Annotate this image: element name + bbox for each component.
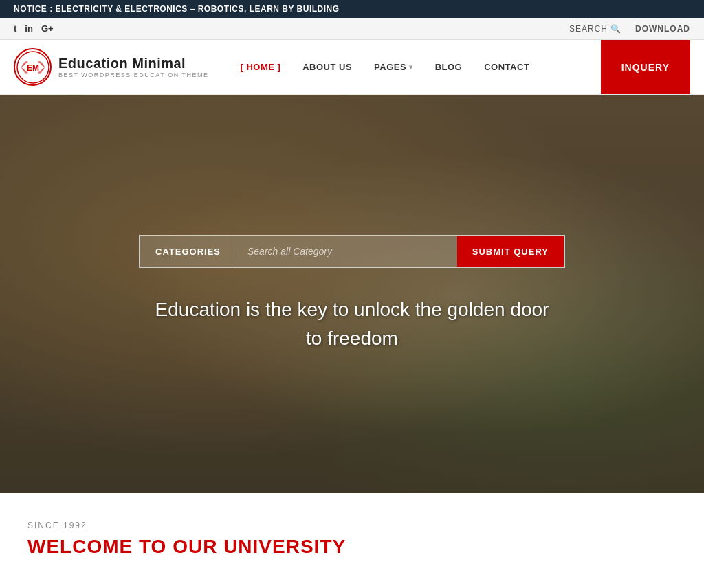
nav-label-blog: BLOG	[435, 62, 463, 72]
nav-label-home: HOME	[246, 62, 274, 72]
search-bar: CATEGORIES SUBMIT QUERY	[139, 235, 565, 268]
top-bar-right: SEARCH 🔍 DOWNLOAD	[569, 24, 690, 34]
download-link[interactable]: DOWNLOAD	[635, 24, 690, 34]
logo-area: EM Education Minimal BEST WORDPRESS EDUC…	[14, 48, 209, 86]
search-link[interactable]: SEARCH 🔍	[569, 24, 622, 34]
below-hero: SINCE 1992 WELCOME TO OUR UNIVERSITY	[0, 493, 704, 572]
logo-subtitle: BEST WORDPRESS EDUCATION THEME	[58, 71, 209, 78]
search-icon: 🔍	[610, 24, 622, 34]
nav-item-blog[interactable]: BLOG	[424, 43, 474, 91]
nav-item-home[interactable]: [ HOME ]	[230, 43, 292, 91]
since-label: SINCE 1992	[28, 521, 676, 530]
nav-item-about[interactable]: ABOUT US	[292, 43, 363, 91]
social-icons: t in G+	[14, 23, 54, 34]
nav-item-pages[interactable]: PAGES ▾	[363, 43, 424, 91]
nav-item-contact[interactable]: CONTACT	[473, 43, 540, 91]
main-nav: EM Education Minimal BEST WORDPRESS EDUC…	[0, 40, 704, 95]
nav-label-about: ABOUT US	[302, 62, 352, 72]
categories-button[interactable]: CATEGORIES	[140, 236, 236, 267]
logo-title: Education Minimal	[58, 56, 209, 71]
nav-label-pages: PAGES	[374, 62, 406, 72]
google-plus-icon[interactable]: G+	[41, 23, 54, 34]
logo-text: Education Minimal BEST WORDPRESS EDUCATI…	[58, 56, 209, 78]
nav-links: [ HOME ] ABOUT US PAGES ▾ BLOG CONTACT	[230, 43, 601, 91]
search-label: SEARCH	[569, 24, 608, 34]
twitter-icon[interactable]: t	[14, 23, 16, 34]
submit-query-button[interactable]: SUBMIT QUERY	[457, 236, 564, 267]
logo-emblem: EM	[14, 48, 52, 86]
top-bar: t in G+ SEARCH 🔍 DOWNLOAD	[0, 18, 704, 40]
notice-prefix: NOTICE :	[14, 4, 53, 14]
svg-text:EM: EM	[27, 63, 39, 73]
search-input[interactable]	[236, 236, 457, 267]
bracket-close: ]	[277, 62, 280, 72]
notice-text: ELECTRICITY & ELECTRONICS – ROBOTICS, LE…	[56, 4, 340, 14]
hero-section: CATEGORIES SUBMIT QUERY Education is the…	[0, 95, 704, 493]
hero-tagline: Education is the key to unlock the golde…	[146, 295, 558, 353]
notice-bar: NOTICE : ELECTRICITY & ELECTRONICS – ROB…	[0, 0, 704, 18]
chevron-down-icon: ▾	[409, 63, 413, 71]
hero-content: CATEGORIES SUBMIT QUERY Education is the…	[0, 95, 704, 493]
welcome-heading: WELCOME TO OUR UNIVERSITY	[28, 536, 676, 558]
linkedin-icon[interactable]: in	[25, 23, 33, 34]
nav-label-contact: CONTACT	[484, 62, 529, 72]
inquiry-button[interactable]: INQUERY	[601, 40, 690, 94]
bracket-open: [	[241, 62, 244, 72]
